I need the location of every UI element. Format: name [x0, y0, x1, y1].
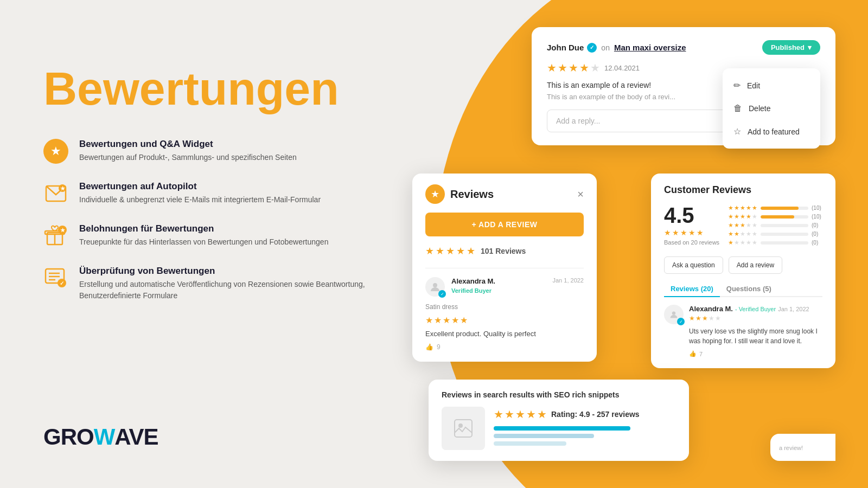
customer-reviews-title: Customer Reviews	[664, 184, 822, 196]
add-review-button-cr[interactable]: Add a review	[729, 256, 782, 274]
close-button[interactable]: ×	[577, 188, 584, 201]
based-on-text: Based on 20 reviews	[664, 239, 719, 246]
delete-menu-item[interactable]: 🗑 Delete	[723, 97, 820, 120]
thumbs-up-icon: 👍	[425, 343, 433, 351]
reviewer-info: Alexandra M. Verified Buyer	[451, 277, 495, 295]
feature-icon-email: ★	[43, 181, 68, 206]
right-panel: John Due ✓ on Man maxi oversize Publishe…	[412, 27, 835, 472]
logo-ave: AVE	[114, 424, 158, 450]
cr-helpful-count: 7	[699, 351, 703, 357]
verified-buyer-label: Verified Buyer	[451, 287, 492, 294]
helpful-row: 👍 9	[425, 343, 584, 351]
product-link: Man maxi oversize	[614, 43, 686, 52]
logo-w: W	[94, 424, 115, 450]
published-button[interactable]: Published ▾	[762, 40, 820, 55]
feature-text-1: Bewertungen und Q&A Widget Bewertungen a…	[79, 139, 297, 163]
divider	[425, 268, 584, 268]
widget-rating-row: ★ ★ ★ ★ ★ 101 Reviews	[425, 245, 584, 257]
avatar: ✓	[425, 277, 445, 297]
ws4: ★	[456, 245, 465, 257]
cr-avatar: ✓	[664, 305, 684, 324]
svg-text:★: ★	[60, 227, 66, 233]
feature-desc-3: Treuepunkte für das Hinterlassen von Bew…	[79, 236, 328, 248]
reviewer-name-widget: Alexandra M.	[451, 277, 495, 285]
card-header-row: John Due ✓ on Man maxi oversize Publishe…	[547, 40, 820, 55]
ws2: ★	[436, 245, 444, 257]
seo-image-placeholder	[442, 407, 485, 450]
feature-item: ★ Bewertungen auf Autopilot Individuelle…	[43, 181, 380, 206]
reviewer-name: John Due ✓	[547, 43, 597, 53]
widget-overall-stars: ★ ★ ★ ★ ★	[425, 245, 475, 257]
chevron-down-icon: ▾	[808, 43, 812, 52]
seo-content: ★ ★ ★ ★ ★ Rating: 4.9 - 257 reviews	[442, 407, 676, 450]
cr-reviewer-name: Alexandra M.	[689, 305, 733, 313]
bar-track-4	[761, 215, 808, 219]
cr-thumbs-icon: 👍	[689, 350, 697, 357]
ask-question-button[interactable]: Ask a question	[664, 256, 723, 274]
feature-title-3: Belohnungen für Bewertungen	[79, 223, 328, 234]
seo-right: ★ ★ ★ ★ ★ Rating: 4.9 - 257 reviews	[494, 408, 676, 449]
seo-card: Reviews in search results with SEO rich …	[429, 380, 689, 461]
feature-item: ✓ Überprüfung von Bewertungen Erstellung…	[43, 266, 380, 301]
feature-icon-rewards: ★	[43, 223, 68, 248]
review-date: 12.04.2021	[604, 64, 640, 72]
edit-menu-item[interactable]: ✏ Edit	[723, 74, 820, 97]
widget-review-count: 101 Reviews	[481, 247, 526, 255]
on-text: on	[601, 43, 610, 52]
avg-stars: ★ ★ ★ ★ ★	[664, 228, 719, 237]
logo-gro: GRO	[43, 424, 94, 450]
feature-text-4: Überprüfung von Bewertungen Erstellung u…	[79, 266, 380, 301]
review-product-stars: ★ ★ ★ ★ ★	[425, 315, 584, 325]
cr-review-date: Jan 1, 2022	[778, 306, 809, 312]
reviews-widget-card: ★ Reviews × + ADD A REVIEW ★ ★ ★ ★ ★ 101…	[412, 174, 597, 362]
feature-item: ★ Belohnungen für Bewertungen Treuepunkt…	[43, 223, 380, 248]
seo-rating-text: Rating: 4.9 - 257 reviews	[551, 410, 640, 419]
helpful-count: 9	[437, 343, 441, 351]
review-admin-card: John Due ✓ on Man maxi oversize Publishe…	[532, 27, 835, 145]
feature-title-4: Überprüfung von Bewertungen	[79, 266, 380, 277]
status-area: Published ▾ ✏ Edit 🗑 Delete ☆ Add t	[762, 40, 820, 55]
cr-reviewer-stars: ★ ★ ★ ★ ★	[689, 314, 822, 322]
star-2: ★	[558, 61, 567, 74]
ws3: ★	[446, 245, 455, 257]
peek-text: a review!	[779, 445, 803, 451]
feature-text-2: Bewertungen auf Autopilot Individuelle &…	[79, 181, 321, 206]
featured-menu-item[interactable]: ☆ Add to featured	[723, 120, 820, 143]
delete-icon: 🗑	[733, 104, 742, 113]
bar-track-2	[761, 233, 808, 236]
avg-score-area: 4.5 ★ ★ ★ ★ ★ Based on 20 reviews	[664, 204, 719, 246]
widget-title: Reviews	[450, 188, 494, 201]
feature-icon-star: ★	[43, 139, 68, 164]
reviewer-date: Jan 1, 2022	[553, 277, 584, 284]
logo: GRO W AVE	[43, 424, 158, 450]
cr-tabs: Reviews (20) Questions (5)	[664, 281, 822, 297]
customer-reviews-card: Customer Reviews 4.5 ★ ★ ★ ★ ★ Based on …	[651, 174, 835, 368]
bar-track-1	[761, 241, 808, 245]
rating-bars: ★★★★★ (10) ★★★★★ (10) ★★★★★	[728, 204, 822, 248]
cr-verified-label: - Verified Buyer	[735, 306, 776, 312]
cr-summary: 4.5 ★ ★ ★ ★ ★ Based on 20 reviews ★★★★★	[664, 204, 822, 248]
bar-row-3: ★★★★★ (0)	[728, 222, 822, 229]
svg-point-15	[672, 311, 675, 314]
product-tag: Satin dress	[425, 303, 584, 311]
feature-title-2: Bewertungen auf Autopilot	[79, 181, 321, 192]
bar-row-2: ★★★★★ (0)	[728, 230, 822, 237]
svg-rect-16	[455, 420, 472, 437]
add-review-button[interactable]: + ADD A REVIEW	[425, 213, 584, 236]
star-1: ★	[547, 61, 557, 74]
svg-text:★: ★	[60, 185, 66, 191]
svg-point-17	[458, 423, 463, 428]
seo-bar-1	[494, 426, 630, 431]
seo-bar-2	[494, 434, 594, 438]
cr-actions: Ask a question Add a review	[664, 256, 822, 274]
seo-title: Reviews in search results with SEO rich …	[442, 390, 676, 399]
feature-text-3: Belohnungen für Bewertungen Treuepunkte …	[79, 223, 328, 248]
tab-questions[interactable]: Questions (5)	[720, 281, 778, 296]
verified-badge-icon: ✓	[587, 43, 597, 53]
seo-bar-3	[494, 441, 566, 446]
bar-row-1: ★★★★★ (0)	[728, 239, 822, 246]
widget-star-icon: ★	[425, 184, 445, 204]
bar-track-3	[761, 224, 808, 227]
tab-reviews[interactable]: Reviews (20)	[664, 281, 720, 297]
widget-title-row: ★ Reviews	[425, 184, 494, 204]
